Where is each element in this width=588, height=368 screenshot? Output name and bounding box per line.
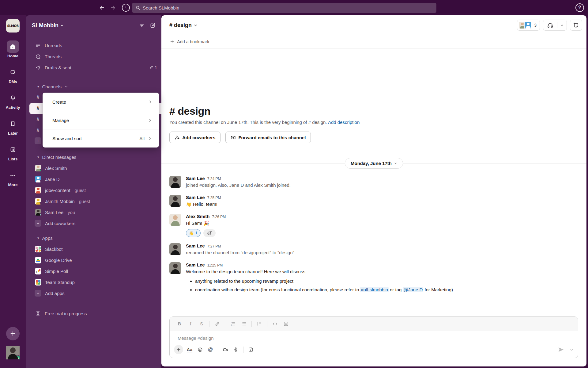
message-row[interactable]: Sam Lee7:25 PM 👋 Hello, team! xyxy=(161,192,586,211)
divider xyxy=(209,321,209,327)
formatting-toggle-button[interactable]: Aa xyxy=(184,345,195,354)
user-mention-link[interactable]: @Jane D xyxy=(403,287,424,292)
app-row-simple-poll[interactable]: Simple Poll xyxy=(26,266,161,277)
reaction-pill[interactable]: 👋1 xyxy=(186,229,201,237)
huddle-button[interactable] xyxy=(543,20,567,31)
presence-offline-icon xyxy=(39,180,41,182)
mic-button[interactable] xyxy=(231,345,241,354)
message-row[interactable]: Sam Lee7:27 PM renamed the channel from … xyxy=(161,240,586,259)
forward-icon[interactable] xyxy=(110,5,116,11)
bold-button[interactable]: B xyxy=(175,319,184,328)
user-avatar[interactable]: z xyxy=(6,346,20,359)
date-divider-pill[interactable]: Monday, June 17th xyxy=(345,158,403,169)
avatar xyxy=(524,21,532,29)
send-icon[interactable] xyxy=(558,346,564,353)
message-row[interactable]: Alex Smith7:26 PM Hi Sam! 🎉 👋1 xyxy=(161,211,586,240)
dms-section-header[interactable]: ▾ Direct messages xyxy=(26,151,161,163)
add-apps-row[interactable]: + Add apps xyxy=(26,288,161,299)
message-time[interactable]: 7:26 PM xyxy=(212,215,226,219)
ordered-list-button[interactable]: 12 xyxy=(228,319,238,328)
channel-mention-link[interactable]: #all-slmobbin xyxy=(360,287,388,292)
compose-icon[interactable] xyxy=(150,22,156,29)
party-emoji: 🎉 xyxy=(204,220,209,226)
attach-plus-button[interactable] xyxy=(174,345,183,354)
message-time[interactable]: 7:25 PM xyxy=(207,196,221,200)
italic-button[interactable]: I xyxy=(186,319,195,328)
add-coworkers-button[interactable]: Add coworkers xyxy=(169,132,221,143)
message-time[interactable]: 11:25 PM xyxy=(207,263,223,267)
rail-item-activity[interactable]: Activity xyxy=(6,92,20,110)
dm-row-jsmith-mobbin[interactable]: Jsmith Mobbin guest xyxy=(26,196,161,207)
menu-item-manage[interactable]: Manage xyxy=(43,111,159,129)
bullet-list-button[interactable] xyxy=(239,319,249,328)
channel-title-button[interactable]: # design xyxy=(169,22,198,29)
dm-row-jane-d[interactable]: Jane D xyxy=(26,174,161,185)
team-standup-icon xyxy=(35,279,41,286)
sidebar-item-drafts[interactable]: Drafts & sent 1 xyxy=(26,62,161,73)
message-row[interactable]: Sam Lee7:24 PM joined #design. Also, Jan… xyxy=(161,173,586,192)
add-description-link[interactable]: Add description xyxy=(328,120,360,125)
rail-item-home[interactable]: Home xyxy=(7,40,19,58)
send-options-chevron-icon[interactable] xyxy=(570,348,574,352)
activity-bell-icon xyxy=(9,95,16,102)
dm-row-jdoe-content[interactable]: jdoe-content guest xyxy=(26,185,161,196)
video-button[interactable] xyxy=(220,345,231,354)
code-button[interactable] xyxy=(270,319,280,328)
wave-emoji: 👋 xyxy=(189,231,194,236)
link-button[interactable] xyxy=(212,319,222,328)
free-trial-banner[interactable]: Free trial in progress xyxy=(26,308,161,319)
rail-item-later[interactable]: Later xyxy=(7,118,19,136)
history-icon[interactable] xyxy=(122,4,130,12)
guest-badge-icon xyxy=(40,203,41,205)
canvas-button[interactable] xyxy=(570,20,582,31)
formatting-toolbar: B I S 12 xyxy=(170,317,578,331)
message-author[interactable]: Sam Lee xyxy=(186,195,205,200)
message-author[interactable]: Sam Lee xyxy=(186,262,205,267)
dm-row-alex-smith[interactable]: Alex Smith xyxy=(26,163,161,174)
app-row-google-drive[interactable]: Google Drive xyxy=(26,255,161,266)
shortcuts-button[interactable] xyxy=(246,345,256,354)
hourglass-icon xyxy=(35,311,41,316)
message-input[interactable]: Message #design xyxy=(170,331,578,343)
mention-button[interactable]: @ xyxy=(205,345,216,354)
sidebar-item-threads[interactable]: Threads xyxy=(26,51,161,62)
canvas-icon xyxy=(573,22,579,28)
rail-item-more[interactable]: More xyxy=(7,169,19,187)
apps-section-header[interactable]: ▾ Apps xyxy=(26,232,161,243)
rail-item-lists[interactable]: Lists xyxy=(7,144,19,161)
rail-item-dms[interactable]: DMs xyxy=(7,66,19,84)
member-list-button[interactable]: 3 xyxy=(517,20,540,31)
app-row-slackbot[interactable]: Slackbot xyxy=(26,243,161,255)
channels-section-header[interactable]: ▾ Channels xyxy=(26,81,161,92)
message-composer[interactable]: B I S 12 Message #design Aa @ xyxy=(169,316,578,358)
back-icon[interactable] xyxy=(99,5,105,11)
message-author[interactable]: Sam Lee xyxy=(186,243,205,248)
strikethrough-button[interactable]: S xyxy=(197,319,206,328)
dm-row-sam-lee[interactable]: z Sam Lee you xyxy=(26,207,161,218)
message-author[interactable]: Sam Lee xyxy=(186,176,205,181)
sidebar-item-unreads[interactable]: Unreads xyxy=(26,40,161,51)
message-row[interactable]: Sam Lee11:25 PM Welcome to the design te… xyxy=(161,259,586,297)
menu-item-show-and-sort[interactable]: Show and sort All xyxy=(43,129,159,147)
help-icon[interactable]: ? xyxy=(575,3,584,12)
create-new-button[interactable] xyxy=(6,327,20,340)
forward-emails-button[interactable]: Forward emails to this channel xyxy=(225,132,311,143)
emoji-button[interactable] xyxy=(195,345,205,354)
filter-icon[interactable] xyxy=(139,22,145,29)
code-block-button[interactable] xyxy=(281,319,291,328)
message-author[interactable]: Alex Smith xyxy=(186,214,210,219)
message-time[interactable]: 7:24 PM xyxy=(207,177,221,181)
menu-item-create[interactable]: Create xyxy=(43,93,159,111)
search-input[interactable]: Search SLMobbin xyxy=(132,3,436,13)
add-reaction-button[interactable] xyxy=(203,229,216,237)
message-time[interactable]: 7:27 PM xyxy=(207,244,221,248)
workspace-switcher[interactable]: SLMOB xyxy=(6,19,20,33)
add-coworkers-row[interactable]: + Add coworkers xyxy=(26,218,161,229)
workspace-menu[interactable]: SLMobbin xyxy=(32,22,64,29)
add-bookmark-button[interactable]: Add a bookmark xyxy=(161,35,586,48)
app-row-team-standup[interactable]: Team Standup xyxy=(26,277,161,288)
blockquote-button[interactable] xyxy=(254,319,264,328)
message-text: renamed the channel from “designproject”… xyxy=(186,249,294,256)
chevron-down-icon xyxy=(560,23,564,27)
caret-down-icon: ▾ xyxy=(37,85,39,89)
